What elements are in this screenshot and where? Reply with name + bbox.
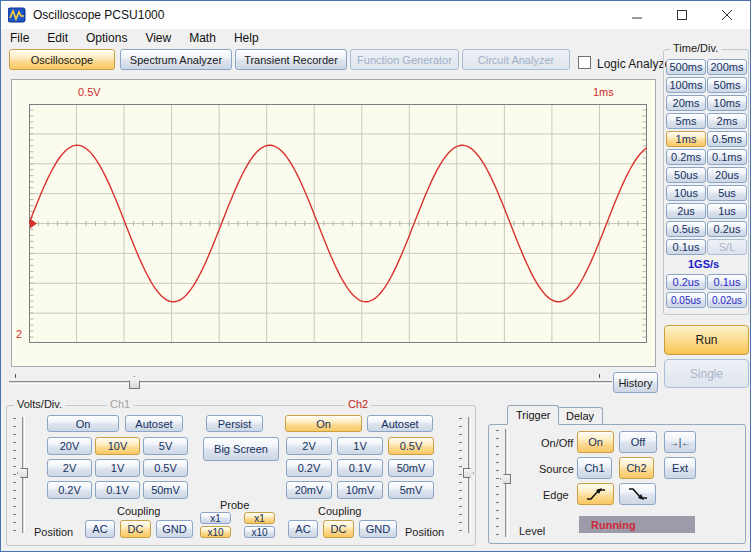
ch1-2v[interactable]: 2V bbox=[47, 459, 92, 477]
trigger-on-button[interactable]: On bbox=[577, 431, 614, 453]
run-button[interactable]: Run bbox=[664, 325, 749, 355]
ch2-2v[interactable]: 2V bbox=[286, 437, 332, 455]
ch1-20v[interactable]: 20V bbox=[47, 437, 92, 455]
menu-edit[interactable]: Edit bbox=[38, 29, 77, 48]
tab-trigger[interactable]: Trigger bbox=[507, 405, 559, 425]
close-icon[interactable] bbox=[705, 1, 750, 29]
ch2-10mv[interactable]: 10mV bbox=[337, 481, 383, 499]
ch2-20mv[interactable]: 20mV bbox=[286, 481, 332, 499]
tab-delay[interactable]: Delay bbox=[557, 407, 603, 424]
maximize-icon[interactable] bbox=[660, 1, 705, 29]
timediv-0.1ms[interactable]: 0.1ms bbox=[707, 149, 747, 165]
logic-analyzer-checkbox[interactable] bbox=[578, 56, 591, 69]
ch2-on-button[interactable]: On bbox=[285, 415, 362, 432]
ch2-position-slider[interactable] bbox=[457, 416, 475, 534]
timediv-0.5ms[interactable]: 0.5ms bbox=[707, 131, 747, 147]
ch2-1v[interactable]: 1V bbox=[337, 437, 383, 455]
ch2-50mv[interactable]: 50mV bbox=[388, 459, 434, 477]
trigger-source-ext[interactable]: Ext bbox=[664, 457, 696, 479]
big-screen-button[interactable]: Big Screen bbox=[203, 437, 279, 461]
timediv-5ms[interactable]: 5ms bbox=[666, 113, 706, 129]
scrollbar-tick-right bbox=[599, 374, 600, 378]
menu-view[interactable]: View bbox=[136, 29, 180, 48]
timediv-0.1us[interactable]: 0.1us bbox=[666, 239, 706, 255]
timediv-2ms[interactable]: 2ms bbox=[707, 113, 747, 129]
menu-help[interactable]: Help bbox=[225, 29, 268, 48]
fast-0.1us[interactable]: 0.1us bbox=[707, 274, 747, 290]
trigger-level-thumb[interactable] bbox=[500, 474, 511, 484]
tab-spectrum-analyzer[interactable]: Spectrum Analyzer bbox=[120, 49, 232, 70]
scope-scrollbar[interactable] bbox=[9, 372, 612, 392]
ch1-coupling-dc[interactable]: DC bbox=[120, 520, 151, 538]
ch1-coupling-gnd[interactable]: GND bbox=[156, 520, 193, 538]
fast-0.2us[interactable]: 0.2us bbox=[666, 274, 706, 290]
menu-file[interactable]: File bbox=[1, 29, 38, 48]
timediv-0.2us[interactable]: 0.2us bbox=[707, 221, 747, 237]
ch2-0.2v[interactable]: 0.2V bbox=[286, 459, 332, 477]
trigger-off-button[interactable]: Off bbox=[619, 431, 657, 453]
ch1-autoset-button[interactable]: Autoset bbox=[125, 415, 183, 432]
ch2-coupling-gnd[interactable]: GND bbox=[359, 520, 397, 538]
ch1-position-thumb[interactable] bbox=[17, 468, 28, 478]
trigger-source-ch2[interactable]: Ch2 bbox=[619, 457, 654, 479]
tab-oscilloscope[interactable]: Oscilloscope bbox=[9, 49, 115, 70]
ch1-on-button[interactable]: On bbox=[47, 415, 119, 432]
probe-label: Probe bbox=[220, 499, 249, 511]
timediv-20ms[interactable]: 20ms bbox=[666, 95, 706, 111]
fast-0.05us[interactable]: 0.05us bbox=[666, 292, 706, 308]
scope-scrollbar-thumb[interactable] bbox=[129, 376, 140, 389]
ch1-0.1v[interactable]: 0.1V bbox=[95, 481, 140, 499]
ch1-0.2v[interactable]: 0.2V bbox=[47, 481, 92, 499]
timediv-5us[interactable]: 5us bbox=[707, 185, 747, 201]
ch2-coupling-dc[interactable]: DC bbox=[323, 520, 354, 538]
ch1-10v[interactable]: 10V bbox=[95, 437, 140, 455]
timediv-0.2ms[interactable]: 0.2ms bbox=[666, 149, 706, 165]
ch1-position-slider[interactable] bbox=[11, 416, 29, 534]
slider-ticks bbox=[13, 418, 16, 532]
menu-math[interactable]: Math bbox=[180, 29, 225, 48]
ch2-0.5v[interactable]: 0.5V bbox=[388, 437, 434, 455]
history-button[interactable]: History bbox=[613, 372, 658, 393]
trigger-level-slider[interactable] bbox=[494, 428, 512, 538]
ch1-1v[interactable]: 1V bbox=[95, 459, 140, 477]
minimize-icon[interactable] bbox=[615, 1, 660, 29]
timediv-20us[interactable]: 20us bbox=[707, 167, 747, 183]
timediv-1us[interactable]: 1us bbox=[707, 203, 747, 219]
ch2-5mv[interactable]: 5mV bbox=[388, 481, 434, 499]
trigger-source-ch1[interactable]: Ch1 bbox=[577, 457, 612, 479]
ch1-probe-x1[interactable]: x1 bbox=[200, 512, 231, 524]
ch2-0.1v[interactable]: 0.1V bbox=[337, 459, 383, 477]
slider-ticks bbox=[496, 430, 499, 536]
trigger-center-button[interactable]: →|← bbox=[664, 431, 696, 453]
timediv-10us[interactable]: 10us bbox=[666, 185, 706, 201]
tab-transient-recorder[interactable]: Transient Recorder bbox=[235, 49, 347, 70]
fast-0.02us[interactable]: 0.02us bbox=[707, 292, 747, 308]
timediv-1ms[interactable]: 1ms bbox=[666, 131, 706, 147]
timediv-0.5us[interactable]: 0.5us bbox=[666, 221, 706, 237]
timediv-500ms[interactable]: 500ms bbox=[666, 59, 706, 75]
ch1-5v[interactable]: 5V bbox=[143, 437, 188, 455]
timediv-200ms[interactable]: 200ms bbox=[707, 59, 747, 75]
ch2-autoset-button[interactable]: Autoset bbox=[367, 415, 433, 432]
ch1-probe-x10[interactable]: x10 bbox=[200, 526, 231, 538]
persist-button[interactable]: Persist bbox=[206, 415, 263, 432]
timediv-10ms[interactable]: 10ms bbox=[707, 95, 747, 111]
ch2-coupling-ac[interactable]: AC bbox=[288, 520, 318, 538]
waveform-graticule bbox=[29, 104, 647, 343]
ch2-position-thumb[interactable] bbox=[463, 468, 474, 478]
ch2-probe-x10[interactable]: x10 bbox=[244, 526, 275, 538]
timediv-100ms[interactable]: 100ms bbox=[666, 77, 706, 93]
trigger-status-text: Running bbox=[591, 519, 636, 531]
ch1-coupling-ac[interactable]: AC bbox=[85, 520, 115, 538]
timediv-2us[interactable]: 2us bbox=[666, 203, 706, 219]
app-icon bbox=[8, 7, 26, 23]
timediv-50ms[interactable]: 50ms bbox=[707, 77, 747, 93]
ch1-50mv[interactable]: 50mV bbox=[143, 481, 188, 499]
single-button: Single bbox=[664, 359, 749, 388]
ch1-0.5v[interactable]: 0.5V bbox=[143, 459, 188, 477]
falling-edge-button[interactable] bbox=[619, 483, 656, 505]
ch2-probe-x1[interactable]: x1 bbox=[244, 512, 275, 524]
timediv-50us[interactable]: 50us bbox=[666, 167, 706, 183]
rising-edge-button[interactable] bbox=[577, 483, 614, 505]
menu-options[interactable]: Options bbox=[77, 29, 136, 48]
